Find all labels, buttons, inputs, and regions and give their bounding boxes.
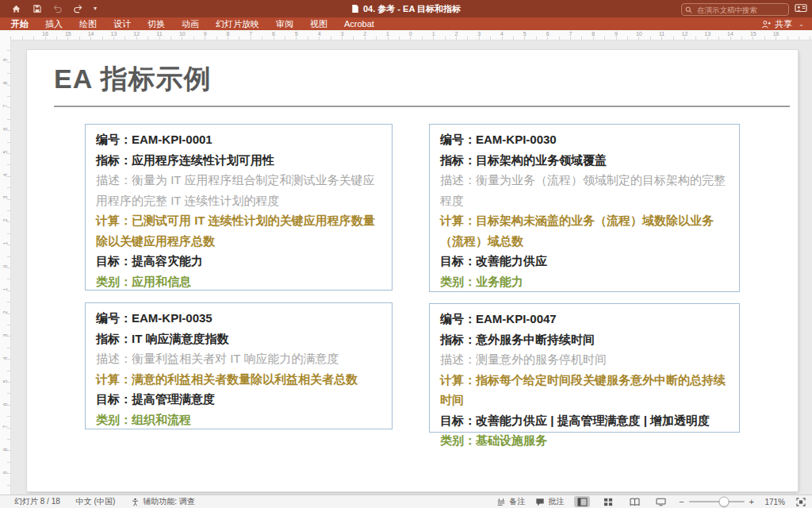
kpi-goal: 目标：提高管理满意度 [96, 389, 381, 410]
kpi-metric: 指标：IT 响应满意度指数 [96, 329, 381, 349]
ruler-number: 8 [226, 31, 229, 37]
tab-design[interactable]: 设计 [113, 17, 131, 30]
ruler-number: 14 [727, 31, 733, 37]
tab-acrobat[interactable]: Acrobat [344, 17, 374, 30]
kpi-goal: 目标：改善能力供应 [440, 251, 729, 271]
kpi-number: 编号：EAM-KPI-0047 [440, 309, 729, 329]
powerpoint-window: ▾ 04. 参考 - EA 目标和指标 开始 插入 绘图 设计 切换 动画 幻灯… [0, 0, 812, 508]
kpi-calculation: 计算：满意的利益相关者数量除以利益相关者总数 [96, 369, 381, 390]
presenter-mode-icon[interactable] [795, 3, 807, 14]
language-indicator[interactable]: 中文 (中国) [76, 496, 115, 507]
ruler-number: 4 [2, 354, 8, 362]
slide-canvas[interactable]: EA 指标示例 编号：EAM-KPI-0001 指标：应用程序连续性计划可用性 … [27, 50, 798, 491]
ruler-number: 16 [42, 31, 48, 37]
kpi-calculation: 计算：已测试可用 IT 连续性计划的关键应用程序数量除以关键应用程序总数 [96, 210, 381, 251]
ruler-number: 5 [295, 31, 298, 37]
ruler-number: 12 [681, 31, 688, 37]
ruler-number: 6 [2, 400, 8, 408]
notes-icon [496, 498, 506, 506]
zoom-out-button[interactable]: − [679, 497, 684, 506]
kpi-number: 编号：EAM-KPI-0030 [440, 129, 729, 150]
accessibility-label: 辅助功能: 调查 [143, 496, 195, 507]
slide-indicator[interactable]: 幻灯片 8 / 18 [14, 496, 60, 507]
ruler-number: 15 [750, 31, 756, 37]
kpi-category: 类别：基础设施服务 [440, 430, 729, 451]
zoom-in-button[interactable]: + [749, 497, 754, 506]
normal-view-button[interactable] [574, 496, 590, 507]
kpi-card-0035[interactable]: 编号：EAM-KPI-0035 指标：IT 响应满意度指数 描述：衡量利益相关者… [85, 302, 393, 429]
ruler-number: 0 [2, 263, 8, 271]
zoom-slider[interactable] [689, 501, 745, 502]
ruler-number: 4 [318, 31, 321, 37]
comments-label: 批注 [548, 496, 564, 507]
kpi-description: 描述：衡量为 IT 应用程序组合制定和测试业务关键应用程序的完整 IT 连续性计… [96, 170, 381, 210]
ruler-number: 14 [88, 31, 94, 37]
kpi-metric: 指标：意外服务中断持续时间 [440, 329, 729, 350]
ruler-number: 10 [179, 31, 186, 37]
tab-review[interactable]: 审阅 [276, 17, 293, 30]
search-box[interactable] [681, 3, 789, 16]
ruler-number: 7 [2, 423, 8, 431]
slideshow-icon [656, 498, 666, 506]
toolbar-options-chevron-icon[interactable]: ▾ [94, 6, 97, 12]
ruler-number: 6 [546, 31, 550, 37]
ribbon-tab-row: 开始 插入 绘图 设计 切换 动画 幻灯片放映 审阅 视图 Acrobat 共享… [0, 17, 812, 30]
kpi-card-0030[interactable]: 编号：EAM-KPI-0030 指标：目标架构的业务领域覆盖 描述：衡量为业务（… [429, 124, 740, 292]
fit-slide-to-window-button[interactable] [795, 497, 806, 507]
ruler-number: 2 [2, 217, 8, 225]
tab-insert[interactable]: 插入 [45, 17, 63, 30]
accessibility-status[interactable]: 辅助功能: 调查 [131, 496, 195, 507]
kpi-card-0001[interactable]: 编号：EAM-KPI-0001 指标：应用程序连续性计划可用性 描述：衡量为 I… [85, 124, 393, 291]
ruler-number: 8 [2, 446, 8, 454]
ruler-number: 4 [500, 31, 504, 37]
slideshow-view-button[interactable] [653, 496, 668, 507]
page-title[interactable]: EA 指标示例 [54, 61, 211, 98]
ruler-number: 3 [340, 31, 343, 37]
slide-sorter-icon [603, 498, 613, 506]
save-icon[interactable] [32, 4, 42, 14]
ruler-number: 4 [2, 171, 8, 179]
ruler-number: 8 [2, 79, 8, 87]
home-icon[interactable] [11, 4, 21, 14]
search-input[interactable] [695, 5, 785, 15]
ruler-number: 13 [110, 31, 117, 37]
zoom-controls: − + [679, 497, 754, 506]
zoom-level[interactable]: 171% [764, 498, 785, 506]
share-label: 共享 [775, 18, 792, 30]
zoom-slider-thumb[interactable] [719, 497, 730, 507]
tab-transitions[interactable]: 切换 [147, 17, 165, 30]
tab-slideshow[interactable]: 幻灯片放映 [216, 17, 259, 30]
reading-view-icon [630, 498, 640, 506]
kpi-metric: 指标：应用程序连续性计划可用性 [96, 150, 381, 171]
comments-button[interactable]: 批注 [535, 496, 564, 507]
ruler-number: 6 [2, 125, 8, 133]
tab-home[interactable]: 开始 [11, 17, 29, 30]
accessibility-icon [131, 498, 140, 506]
redo-icon[interactable] [73, 4, 83, 14]
kpi-description: 描述：衡量为业务（流程）领域制定的目标架构的完整程度 [440, 170, 729, 210]
ruler-number: 9 [2, 469, 8, 477]
tab-animations[interactable]: 动画 [182, 17, 199, 30]
notes-button[interactable]: 备注 [496, 496, 525, 507]
share-chevron-icon: ⌄ [799, 21, 804, 28]
reading-view-button[interactable] [626, 496, 642, 507]
kpi-calculation: 计算：目标架构未涵盖的业务（流程）域数除以业务（流程）域总数 [440, 210, 729, 251]
share-button[interactable]: 共享 ⌄ [761, 17, 804, 30]
ruler-number: 5 [2, 377, 8, 385]
notes-label: 备注 [509, 496, 525, 507]
tab-draw[interactable]: 绘图 [79, 17, 97, 30]
kpi-number: 编号：EAM-KPI-0035 [96, 308, 381, 329]
ruler-number: 6 [272, 31, 275, 37]
tab-view[interactable]: 视图 [310, 17, 327, 30]
slide-sorter-view-button[interactable] [600, 496, 616, 507]
ruler-number: 3 [2, 194, 8, 202]
kpi-description: 描述：衡量利益相关者对 IT 响应能力的满意度 [96, 348, 381, 369]
ruler-number: 9 [2, 56, 8, 64]
ruler-number: 3 [2, 331, 8, 339]
kpi-calculation: 计算：指标每个给定时间段关键服务意外中断的总持续时间 [440, 370, 729, 410]
vertical-ruler: 9876543210123456789 [0, 40, 11, 495]
kpi-category: 类别：组织和流程 [96, 410, 381, 430]
titlebar: ▾ 04. 参考 - EA 目标和指标 [0, 0, 812, 17]
kpi-card-0047[interactable]: 编号：EAM-KPI-0047 指标：意外服务中断持续时间 描述：测量意外的服务… [429, 303, 740, 433]
kpi-category: 类别：应用和信息 [96, 271, 381, 292]
